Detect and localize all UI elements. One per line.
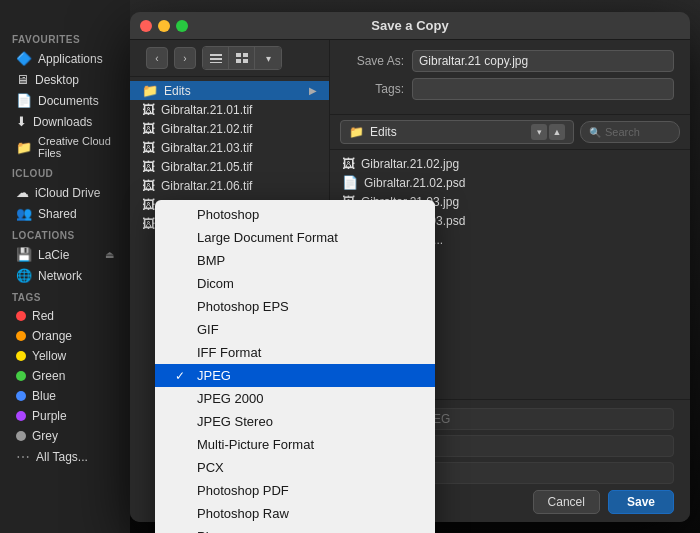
sidebar-item-red[interactable]: Red <box>4 306 126 326</box>
dropdown-item-bmp[interactable]: BMP <box>155 249 435 272</box>
sidebar-item-desktop[interactable]: 🖥 Desktop <box>4 69 126 90</box>
traffic-lights <box>140 20 188 32</box>
dropdown-item-dicom[interactable]: Dicom <box>155 272 435 295</box>
file-name: Gibraltar.21.02.tif <box>161 122 317 136</box>
dropdown-item-gif[interactable]: GIF <box>155 318 435 341</box>
dropdown-item-jpeg-2000[interactable]: JPEG 2000 <box>155 387 435 410</box>
sidebar-item-label: Blue <box>32 389 56 403</box>
file-icon: 🖼 <box>142 121 155 136</box>
file-name: Gibraltar.21.02.psd <box>364 176 678 190</box>
sidebar-item-label: LaCie <box>38 248 69 262</box>
sidebar-item-applications[interactable]: 🔷 Applications <box>4 48 126 69</box>
save-as-label: Save As: <box>346 54 404 68</box>
titlebar: Save a Copy <box>130 12 690 40</box>
cancel-button[interactable]: Cancel <box>533 490 600 514</box>
dropdown-item-multi-picture[interactable]: Multi-Picture Format <box>155 433 435 456</box>
sidebar-item-label: Desktop <box>35 73 79 87</box>
sidebar-item-icloud-drive[interactable]: ☁ iCloud Drive <box>4 182 126 203</box>
orange-tag-dot <box>16 331 26 341</box>
dropdown-item-pcx[interactable]: PCX <box>155 456 435 479</box>
sidebar-item-downloads[interactable]: ⬇ Downloads <box>4 111 126 132</box>
file-icon: 🖼 <box>142 102 155 117</box>
format-select[interactable]: JPEG <box>412 408 674 430</box>
sidebar-item-label: Green <box>32 369 65 383</box>
dropdown-item-label: JPEG <box>197 368 231 383</box>
list-item[interactable]: 🖼 Gibraltar.21.03.tif <box>130 138 329 157</box>
save-as-input[interactable] <box>412 50 674 72</box>
save-select[interactable] <box>412 435 674 457</box>
sidebar-item-label: All Tags... <box>36 450 88 464</box>
dropdown-item-photoshop[interactable]: Photoshop <box>155 203 435 226</box>
folder-name: Edits <box>164 84 303 98</box>
dropdown-item-jpeg[interactable]: ✓ JPEG <box>155 364 435 387</box>
sidebar-item-purple[interactable]: Purple <box>4 406 126 426</box>
list-item[interactable]: 🖼 Gibraltar.21.01.tif <box>130 100 329 119</box>
sidebar-item-shared[interactable]: 👥 Shared <box>4 203 126 224</box>
sidebar-item-label: Creative Cloud Files <box>38 135 114 159</box>
svg-rect-3 <box>236 53 241 57</box>
dropdown-item-photoshop-raw[interactable]: Photoshop Raw <box>155 502 435 525</box>
folder-arrow: ▶ <box>309 85 317 96</box>
minimize-button[interactable] <box>158 20 170 32</box>
sidebar-item-orange[interactable]: Orange <box>4 326 126 346</box>
list-view-button[interactable] <box>203 47 229 69</box>
creative-cloud-icon: 📁 <box>16 140 32 155</box>
dropdown-item-pixar[interactable]: Pixar <box>155 525 435 533</box>
file-name: Gibraltar.21.03.tif <box>161 141 317 155</box>
dropdown-item-label: Photoshop EPS <box>197 299 289 314</box>
location-bar[interactable]: 📁 Edits ▾ ▲ <box>340 120 574 144</box>
color-select[interactable] <box>412 462 674 484</box>
view-toggle: ▾ <box>202 46 282 70</box>
back-button[interactable]: ‹ <box>146 47 168 69</box>
sidebar-item-yellow[interactable]: Yellow <box>4 346 126 366</box>
yellow-tag-dot <box>16 351 26 361</box>
sidebar-item-network[interactable]: 🌐 Network <box>4 265 126 286</box>
dropdown-item-iff[interactable]: IFF Format <box>155 341 435 364</box>
lacie-icon: 💾 <box>16 247 32 262</box>
sidebar-item-documents[interactable]: 📄 Documents <box>4 90 126 111</box>
sidebar-item-blue[interactable]: Blue <box>4 386 126 406</box>
dropdown-arrow[interactable]: ▾ <box>531 124 547 140</box>
sidebar-item-label: Grey <box>32 429 58 443</box>
eject-button[interactable]: ⏏ <box>105 249 114 260</box>
dropdown-item-label: Photoshop Raw <box>197 506 289 521</box>
favourites-section-label: Favourites <box>0 28 130 48</box>
list-item[interactable]: 🖼 Gibraltar.21.05.tif <box>130 157 329 176</box>
sidebar-item-green[interactable]: Green <box>4 366 126 386</box>
grey-tag-dot <box>16 431 26 441</box>
sidebar-item-all-tags[interactable]: ⋯ All Tags... <box>4 446 126 468</box>
dropdown-item-large-document[interactable]: Large Document Format <box>155 226 435 249</box>
file-name: Gibraltar.21.05.tif <box>161 160 317 174</box>
sidebar-item-label: iCloud Drive <box>35 186 100 200</box>
dropdown-item-photoshop-pdf[interactable]: Photoshop PDF <box>155 479 435 502</box>
dropdown-item-jpeg-stereo[interactable]: JPEG Stereo <box>155 410 435 433</box>
sort-button[interactable]: ▾ <box>255 47 281 69</box>
location-arrows: ▾ ▲ <box>531 124 565 140</box>
sidebar-item-lacie[interactable]: 💾 LaCie ⏏ <box>4 244 126 265</box>
save-as-row: Save As: <box>346 50 674 72</box>
format-dropdown: Photoshop Large Document Format BMP Dico… <box>155 200 435 533</box>
folder-edits[interactable]: 📁 Edits ▶ <box>130 81 329 100</box>
list-item[interactable]: 🖼 Gibraltar.21.02.tif <box>130 119 329 138</box>
tags-input[interactable] <box>412 78 674 100</box>
maximize-button[interactable] <box>176 20 188 32</box>
up-arrow[interactable]: ▲ <box>549 124 565 140</box>
file-name: Gibraltar.21.01.tif <box>161 103 317 117</box>
list-item[interactable]: 📄 Gibraltar.21.02.psd <box>330 173 690 192</box>
close-button[interactable] <box>140 20 152 32</box>
file-icon: 📄 <box>342 175 358 190</box>
dropdown-item-photoshop-eps[interactable]: Photoshop EPS <box>155 295 435 318</box>
list-item[interactable]: 🖼 Gibraltar.21.06.tif <box>130 176 329 195</box>
dropdown-item-label: GIF <box>197 322 219 337</box>
search-box[interactable]: 🔍 Search <box>580 121 680 143</box>
list-item[interactable]: 🖼 Gibraltar.21.02.jpg <box>330 154 690 173</box>
location-name: Edits <box>370 125 525 139</box>
icon-view-button[interactable] <box>229 47 255 69</box>
form-area: Save As: Tags: <box>330 40 690 115</box>
sidebar-item-grey[interactable]: Grey <box>4 426 126 446</box>
sidebar-item-label: Shared <box>38 207 77 221</box>
check-icon: ✓ <box>175 369 189 383</box>
save-button[interactable]: Save <box>608 490 674 514</box>
sidebar-item-creative-cloud[interactable]: 📁 Creative Cloud Files <box>4 132 126 162</box>
forward-button[interactable]: › <box>174 47 196 69</box>
